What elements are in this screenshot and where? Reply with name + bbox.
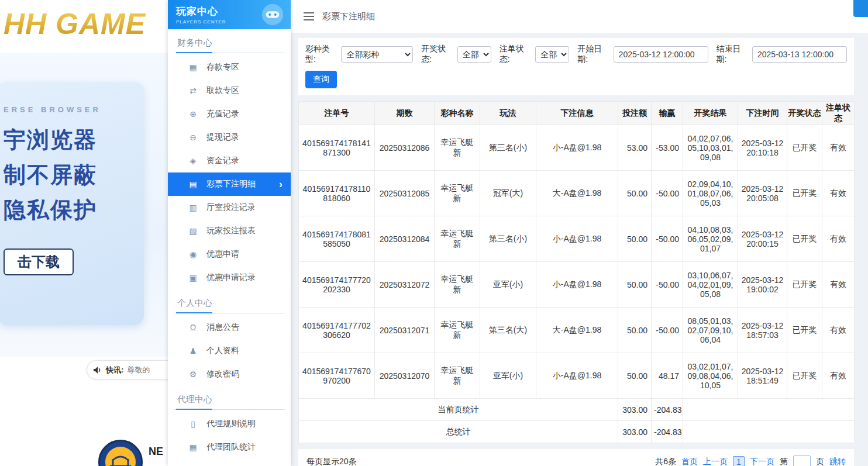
item-label: 代理团队统计 — [206, 442, 256, 453]
bell-icon: Ω — [188, 323, 198, 332]
col-order-status: 注单状态 — [822, 102, 855, 125]
cell-order-no: 401569174177720202330 — [299, 262, 375, 308]
cell-play: 亚军(小) — [480, 262, 536, 308]
promo-line-3: 隐私保护 — [4, 192, 144, 227]
download-button[interactable]: 击下载 — [4, 248, 74, 275]
cell-order-status: 有效 — [822, 308, 855, 353]
cell-bet-info: 小-A盘@1.98 — [536, 125, 618, 171]
cell-order-no: 401569174178110818060 — [299, 171, 375, 216]
cell-order-no: 401569174177670970200 — [299, 353, 375, 399]
sidebar-item-deposit-zone[interactable]: ▦ 存款专区 — [168, 56, 291, 79]
sidebar-item-agent-rules[interactable]: ▯ 代理规则说明 — [168, 412, 291, 436]
section-finance: 财务中心 — [174, 37, 285, 53]
table-row: 401569174178141871300 20250312086 幸运飞艇新 … — [299, 125, 855, 171]
col-bet-time: 下注时间 — [738, 102, 787, 125]
sidebar-item-announcements[interactable]: Ω 消息公告 — [168, 316, 291, 339]
page-jump-input[interactable] — [793, 455, 811, 466]
item-label: 厅室投注记录 — [206, 202, 256, 213]
sidebar-item-recharge-records[interactable]: ⊕ 充值记录 — [168, 102, 291, 126]
cell-win-loss: -50.00 — [652, 171, 683, 216]
item-label: 玩家投注报表 — [206, 226, 256, 236]
cell-draw-status: 已开奖 — [787, 125, 822, 171]
cell-draw-status: 已开奖 — [787, 262, 822, 308]
promo-line-2: 制不屏蔽 — [4, 157, 144, 192]
item-label: 消息公告 — [206, 322, 239, 333]
deposit-icon: ▦ — [188, 63, 198, 72]
sidebar-item-promo-apply[interactable]: ◉ 优惠申请 — [168, 243, 291, 266]
table-row: 401569174178081585050 20250312084 幸运飞艇新 … — [299, 216, 855, 262]
table-row: 401569174178110818060 20250312085 幸运飞艇新 … — [299, 171, 855, 216]
next-page-link[interactable]: 下一页 — [750, 457, 774, 466]
cell-bet-info: 小-A盘@1.98 — [536, 353, 618, 399]
end-date-input[interactable] — [752, 46, 847, 63]
jump-button[interactable]: 跳转 — [829, 457, 846, 466]
cell-play: 第三名(小) — [480, 125, 536, 171]
col-period: 期数 — [375, 102, 435, 125]
order-status-select[interactable]: 全部 — [535, 46, 569, 63]
item-label: 取款专区 — [206, 85, 239, 96]
doc-icon: ▯ — [188, 419, 198, 429]
cell-draw-result: 03,10,06,07,04,02,01,09,05,08 — [683, 262, 738, 308]
cell-period: 20250312086 — [375, 125, 435, 171]
cell-bet-time: 2025-03-12 20:10:18 — [738, 125, 787, 171]
item-label: 个人资料 — [206, 346, 239, 356]
ticker-label: 快讯: — [106, 365, 123, 375]
cell-draw-result: 04,10,08,03,06,05,02,09,01,07 — [683, 216, 738, 262]
lottery-type-select[interactable]: 全部彩种 — [341, 46, 413, 63]
cell-lottery-name: 幸运飞艇新 — [435, 308, 480, 353]
current-page-indicator[interactable]: 1 — [733, 456, 745, 466]
query-button[interactable]: 查询 — [305, 71, 337, 88]
sidebar-item-lottery-bet-details[interactable]: ▤ 彩票下注明细 › — [168, 172, 291, 196]
sidebar-item-withdrawal-records[interactable]: ⊖ 提现记录 — [168, 126, 291, 149]
cell-win-loss: -50.00 — [652, 262, 683, 308]
summary-label: 当前页统计 — [299, 399, 618, 421]
draw-status-select[interactable]: 全部 — [457, 46, 491, 63]
sidebar-item-agent-team-stats[interactable]: ▦ 代理团队统计 — [168, 436, 291, 459]
floating-service-tab[interactable] — [853, 0, 868, 17]
prev-page-link[interactable]: 上一页 — [703, 457, 728, 466]
stats-icon: ▦ — [188, 443, 198, 452]
promo-icon: ◉ — [188, 250, 198, 259]
sidebar-item-promo-apply-records[interactable]: ▣ 优惠申请记录 — [168, 266, 291, 289]
team-name: NE — [149, 446, 163, 458]
item-label: 彩票下注明细 — [206, 179, 256, 189]
cell-win-loss: -50.00 — [652, 216, 683, 262]
cell-lottery-name: 幸运飞艇新 — [435, 125, 480, 171]
cell-bet-time: 2025-03-12 20:00:15 — [738, 216, 787, 262]
speaker-icon — [93, 366, 102, 374]
sidebar-item-player-bet-report[interactable]: ▧ 玩家投注报表 — [168, 219, 291, 243]
cell-draw-result: 08,05,01,03,02,07,09,10,06,04 — [683, 308, 738, 353]
start-date-input[interactable] — [614, 46, 708, 63]
cell-lottery-name: 幸运飞艇新 — [435, 171, 480, 216]
sidebar-item-hall-bet-records[interactable]: ▥ 厅室投注记录 — [168, 196, 291, 219]
order-status-label: 注单状态: — [500, 44, 532, 65]
sidebar-item-funds-records[interactable]: ◈ 资金记录 — [168, 149, 291, 172]
lottery-type-label: 彩种类型: — [305, 44, 337, 65]
site-logo: HH GAME — [4, 7, 146, 41]
sidebar-item-change-password[interactable]: ⚙ 修改密码 — [168, 363, 291, 386]
team-logo-inner — [105, 447, 136, 466]
item-label: 优惠申请记录 — [206, 272, 256, 283]
sidebar-item-withdraw-zone[interactable]: ⇄ 取款专区 — [168, 79, 291, 102]
cell-order-no: 401569174178081585050 — [299, 216, 375, 262]
cell-bet-amount: 50.00 — [618, 353, 652, 399]
cell-draw-status: 已开奖 — [787, 353, 822, 399]
first-page-link[interactable]: 首页 — [681, 457, 698, 466]
chevron-right-icon: › — [279, 178, 283, 191]
sidebar: 玩家中心 PLAYERS CENTER 财务中心 ▦ 存款专区 ⇄ 取款专区 ⊕… — [168, 0, 291, 466]
item-label: 提现记录 — [206, 132, 239, 143]
filter-panel: 彩种类型: 全部彩种 开奖状态: 全部 注单状态: 全部 开始日期: 结束日期:… — [298, 38, 854, 95]
cell-order-status: 有效 — [822, 125, 855, 171]
menu-toggle-icon[interactable] — [304, 12, 314, 20]
cell-order-status: 有效 — [822, 171, 855, 216]
cell-period: 20250312072 — [375, 262, 435, 308]
cashout-icon: ⊖ — [188, 133, 198, 142]
cell-bet-info: 小-A盘@1.98 — [536, 262, 618, 308]
cell-order-status: 有效 — [822, 262, 855, 308]
cell-order-no: 401569174177702306620 — [299, 308, 375, 353]
promo-tagline: ERSE BROWSER — [4, 105, 144, 114]
cell-bet-amount: 50.00 — [618, 216, 652, 262]
cell-period: 20250312070 — [375, 353, 435, 399]
summary-empty — [683, 421, 855, 443]
sidebar-item-profile[interactable]: ♟ 个人资料 — [168, 339, 291, 363]
